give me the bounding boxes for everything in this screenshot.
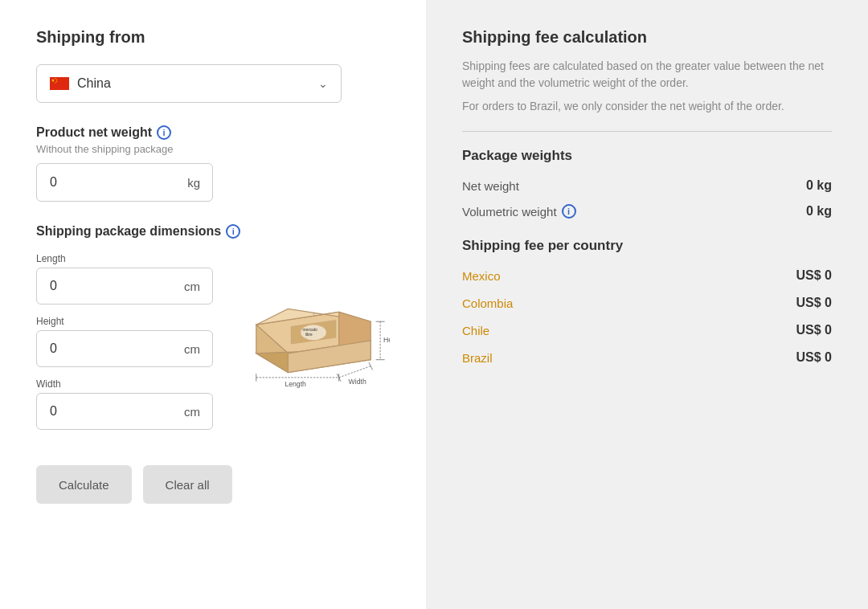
dimensions-fields: Length cm Height cm Width bbox=[36, 253, 213, 441]
length-unit: cm bbox=[184, 280, 200, 293]
fee-calc-title: Shipping fee calculation bbox=[462, 28, 832, 47]
left-panel: Shipping from China ⌄ Product net weight bbox=[0, 0, 426, 609]
dimensions-info-icon[interactable]: i bbox=[226, 224, 240, 239]
country-fee-2: US$ 0 bbox=[796, 323, 832, 337]
country-name: China bbox=[77, 76, 111, 91]
clear-all-button[interactable]: Clear all bbox=[143, 465, 232, 504]
buttons-row: Calculate Clear all bbox=[36, 465, 390, 504]
china-flag-icon bbox=[50, 77, 69, 90]
length-label: Length bbox=[36, 253, 213, 264]
volumetric-weight-value: 0 kg bbox=[806, 204, 832, 219]
volumetric-info-icon[interactable]: i bbox=[562, 204, 576, 219]
volumetric-weight-row: Volumetric weight i 0 kg bbox=[462, 204, 832, 219]
divider bbox=[462, 131, 832, 132]
country-select[interactable]: China ⌄ bbox=[36, 64, 342, 103]
length-input-wrapper: cm bbox=[36, 268, 213, 304]
height-field-group: Height cm bbox=[36, 316, 213, 367]
width-unit: cm bbox=[184, 405, 200, 419]
country-fee-row: Colombia US$ 0 bbox=[462, 296, 832, 310]
width-field-group: Width cm bbox=[36, 378, 213, 430]
country-fee-0: US$ 0 bbox=[796, 268, 832, 283]
country-fees-list: Mexico US$ 0 Colombia US$ 0 Chile US$ 0 … bbox=[462, 268, 832, 365]
country-select-left: China bbox=[50, 76, 111, 91]
product-weight-unit: kg bbox=[187, 176, 200, 190]
country-name-3: Brazil bbox=[462, 351, 493, 365]
country-fee-3: US$ 0 bbox=[796, 350, 832, 365]
fee-desc-2: For orders to Brazil, we only consider t… bbox=[462, 98, 832, 115]
volumetric-weight-label: Volumetric weight i bbox=[462, 204, 576, 219]
height-input-wrapper: cm bbox=[36, 330, 213, 367]
country-fee-1: US$ 0 bbox=[796, 296, 832, 310]
right-panel: Shipping fee calculation Shipping fees a… bbox=[426, 0, 868, 609]
dimensions-row: Length cm Height cm Width bbox=[36, 253, 390, 441]
calculate-button[interactable]: Calculate bbox=[36, 465, 132, 504]
svg-text:libre: libre bbox=[305, 333, 313, 337]
svg-text:Width: Width bbox=[349, 378, 366, 386]
product-weight-input-wrapper: kg bbox=[36, 163, 213, 202]
country-select-wrapper: China ⌄ bbox=[36, 64, 390, 103]
dimensions-section: Shipping package dimensions i Length cm … bbox=[36, 224, 390, 441]
net-weight-label: Net weight bbox=[462, 179, 519, 193]
product-weight-info-icon[interactable]: i bbox=[157, 125, 171, 140]
country-fee-row: Chile US$ 0 bbox=[462, 323, 832, 337]
fee-per-country-title: Shipping fee per country bbox=[462, 238, 832, 254]
country-name-0: Mexico bbox=[462, 269, 501, 283]
country-fee-row: Brazil US$ 0 bbox=[462, 350, 832, 365]
width-label: Width bbox=[36, 378, 213, 390]
svg-line-27 bbox=[369, 362, 373, 370]
box-svg-icon: mercado libre ↑ Height Length bbox=[237, 261, 390, 414]
svg-text:↑: ↑ bbox=[312, 311, 315, 318]
country-name-1: Colombia bbox=[462, 296, 513, 310]
height-unit: cm bbox=[184, 342, 200, 356]
country-name-2: Chile bbox=[462, 324, 489, 337]
product-weight-label: Product net weight i bbox=[36, 125, 390, 140]
length-field-group: Length cm bbox=[36, 253, 213, 304]
width-input-wrapper: cm bbox=[36, 393, 213, 430]
product-weight-sublabel: Without the shipping package bbox=[36, 143, 390, 155]
shipping-from-title: Shipping from bbox=[36, 28, 390, 47]
net-weight-value: 0 kg bbox=[806, 178, 832, 193]
chevron-down-icon: ⌄ bbox=[318, 77, 328, 90]
svg-text:Height: Height bbox=[383, 336, 390, 344]
svg-text:mercado: mercado bbox=[303, 328, 318, 332]
fee-desc-1: Shipping fees are calculated based on th… bbox=[462, 58, 832, 92]
svg-rect-0 bbox=[50, 77, 69, 90]
country-fee-row: Mexico US$ 0 bbox=[462, 268, 832, 283]
box-illustration: mercado libre ↑ Height Length bbox=[237, 261, 390, 414]
svg-text:Length: Length bbox=[285, 380, 306, 388]
package-weights-title: Package weights bbox=[462, 148, 832, 164]
height-label: Height bbox=[36, 316, 213, 327]
product-weight-section: Product net weight i Without the shippin… bbox=[36, 125, 390, 202]
svg-point-13 bbox=[301, 325, 326, 340]
net-weight-row: Net weight 0 kg bbox=[462, 178, 832, 193]
svg-line-25 bbox=[339, 366, 371, 378]
product-weight-input[interactable] bbox=[36, 163, 213, 202]
dimensions-title: Shipping package dimensions i bbox=[36, 224, 390, 239]
